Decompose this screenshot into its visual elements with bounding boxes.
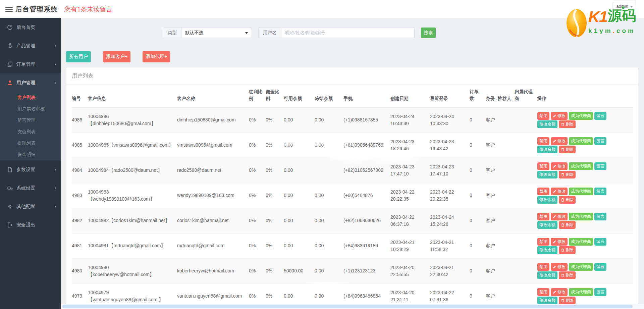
edit-balance-button[interactable]: 修改余额 [537, 297, 557, 304]
delete-button[interactable]: 删除 [559, 246, 576, 254]
become-agent-button[interactable]: 成为代理商 [569, 288, 593, 296]
privacy-smudge [329, 150, 377, 161]
edit-button[interactable]: 修改 [551, 263, 568, 271]
cell-agent [515, 107, 537, 133]
cell-role: 客户 [486, 233, 498, 258]
disable-button[interactable]: 禁用 [537, 112, 549, 120]
message-button[interactable]: 留言 [594, 112, 606, 120]
become-agent-button[interactable]: 成为代理商 [569, 188, 593, 195]
delete-button[interactable]: 删除 [559, 221, 576, 229]
edit-balance-button[interactable]: 修改余额 [537, 271, 557, 279]
sidebar-subitem-withdraw-list[interactable]: 提现列表 [0, 138, 61, 149]
message-button[interactable]: 留言 [594, 263, 606, 271]
cell-actions: 禁用 修改 成为代理商 留言 修改余额 删除 [537, 233, 633, 258]
sidebar-subitem-realname-audit[interactable]: 用户实名审核 [0, 103, 61, 115]
edit-button[interactable]: 修改 [551, 112, 568, 120]
username-input[interactable] [281, 28, 415, 38]
sidebar-item-other-config[interactable]: ⚙ 其他配置 [0, 197, 61, 216]
cell-id: 4981 [72, 233, 88, 258]
add-agent-button[interactable]: 添加代理+ [143, 51, 170, 62]
chevron-right-icon [55, 63, 56, 66]
become-agent-button[interactable]: 成为代理商 [569, 238, 593, 246]
search-button[interactable]: 搜索 [421, 28, 436, 38]
edit-balance-button[interactable]: 修改余额 [537, 246, 557, 254]
edit-balance-button[interactable]: 修改余额 [537, 221, 557, 229]
type-select[interactable]: 默认不选 [181, 28, 252, 38]
edit-button[interactable]: 修改 [551, 238, 568, 246]
chevron-right-icon [55, 187, 56, 190]
horizontal-scrollbar-thumb[interactable] [62, 305, 633, 308]
sidebar-subitem-funds-detail[interactable]: 资金明细 [0, 149, 61, 160]
orders-icon [7, 61, 13, 67]
cell-id: 4983 [72, 183, 88, 208]
disable-button[interactable]: 禁用 [537, 137, 549, 145]
pencil-icon [553, 190, 556, 193]
disable-button[interactable]: 禁用 [537, 213, 549, 220]
message-button[interactable]: 留言 [594, 288, 606, 296]
sidebar-subitem-message-manage[interactable]: 留言管理 [0, 115, 61, 126]
delete-button[interactable]: 删除 [559, 171, 576, 178]
become-agent-button[interactable]: 成为代理商 [569, 112, 593, 120]
cell-phone: (+60)5464876 [343, 183, 390, 208]
hamburger-menu-icon[interactable] [5, 6, 13, 12]
cell-last-login: 2023-04-2319:43:42 [430, 133, 470, 158]
cell-referrer [498, 107, 515, 133]
cell-orders: 0 [470, 158, 486, 183]
sidebar-item-params[interactable]: 参数设置 [0, 160, 61, 179]
sidebar-subitem-customer-list[interactable]: 客户列表 [0, 92, 61, 103]
cell-bonus-ratio: 0% [249, 208, 266, 233]
sidebar-item-dashboard[interactable]: 后台首页 [0, 18, 61, 37]
sidebar-subitem-recharge-list[interactable]: 充值列表 [0, 126, 61, 138]
sidebar-item-products[interactable]: B 产品管理 [0, 37, 61, 55]
disable-button[interactable]: 禁用 [537, 188, 549, 195]
message-button[interactable]: 留言 [594, 238, 606, 246]
become-agent-button[interactable]: 成为代理商 [569, 213, 593, 220]
type-filter-group: 类型 默认不选 [163, 28, 252, 38]
cell-actions: 禁用 修改 成为代理商 留言 修改余额 删除 [537, 133, 633, 158]
cell-customer-info: 10004982【corlos1kim@hanmail.net】 [88, 208, 177, 233]
unread-message-notice[interactable]: 您有1条未读留言 [64, 5, 113, 14]
add-customer-button[interactable]: 添加客户+ [103, 51, 130, 62]
delete-button[interactable]: 删除 [559, 271, 576, 279]
edit-button[interactable]: 修改 [551, 137, 568, 145]
bitcoin-icon: B [7, 43, 13, 49]
cell-referrer [498, 183, 515, 208]
message-button[interactable]: 留言 [594, 213, 606, 220]
trash-icon [561, 173, 565, 176]
delete-button[interactable]: 删除 [559, 196, 576, 204]
cell-phone: (+1)123123123 [343, 258, 390, 284]
become-agent-button[interactable]: 成为代理商 [569, 162, 593, 170]
sidebar-item-system[interactable]: ⚙⚙ 系统设置 [0, 179, 61, 197]
message-button[interactable]: 留言 [594, 162, 606, 170]
become-agent-button[interactable]: 成为代理商 [569, 137, 593, 145]
panel-title: 用户列表 [66, 67, 638, 85]
sidebar-item-users[interactable]: 用户管理 [0, 73, 61, 92]
edit-balance-button[interactable]: 修改余额 [537, 146, 557, 153]
sidebar-item-orders[interactable]: 订单管理 [0, 55, 61, 73]
message-button[interactable]: 留言 [594, 137, 606, 145]
disable-button[interactable]: 禁用 [537, 238, 549, 246]
col-header-last-login: 最近登录 [430, 85, 470, 107]
edit-button[interactable]: 修改 [551, 288, 568, 296]
disable-button[interactable]: 禁用 [537, 263, 549, 271]
edit-balance-button[interactable]: 修改余额 [537, 120, 557, 128]
disable-button[interactable]: 禁用 [537, 288, 549, 296]
delete-button[interactable]: 删除 [559, 120, 576, 128]
main-content: 类型 默认不选 用户名 搜索 所有用户 添加客户+ 添加代理+ 用户列表 [61, 18, 644, 309]
cell-last-login: 2023-04-2122:40:42 [430, 258, 470, 284]
logo-egg-icon [566, 9, 587, 38]
delete-button[interactable]: 删除 [559, 297, 576, 304]
edit-button[interactable]: 修改 [551, 213, 568, 220]
become-agent-button[interactable]: 成为代理商 [569, 263, 593, 271]
pencil-icon [553, 290, 556, 294]
sidebar-item-logout[interactable]: 安全退出 [0, 216, 61, 234]
disable-button[interactable]: 禁用 [537, 162, 549, 170]
username-filter-group: 用户名 [258, 28, 415, 38]
edit-button[interactable]: 修改 [551, 188, 568, 195]
edit-balance-button[interactable]: 修改余额 [537, 171, 557, 178]
message-button[interactable]: 留言 [594, 188, 606, 195]
edit-button[interactable]: 修改 [551, 162, 568, 170]
edit-balance-button[interactable]: 修改余额 [537, 196, 557, 204]
all-users-button[interactable]: 所有用户 [66, 51, 91, 62]
delete-button[interactable]: 删除 [559, 146, 576, 153]
